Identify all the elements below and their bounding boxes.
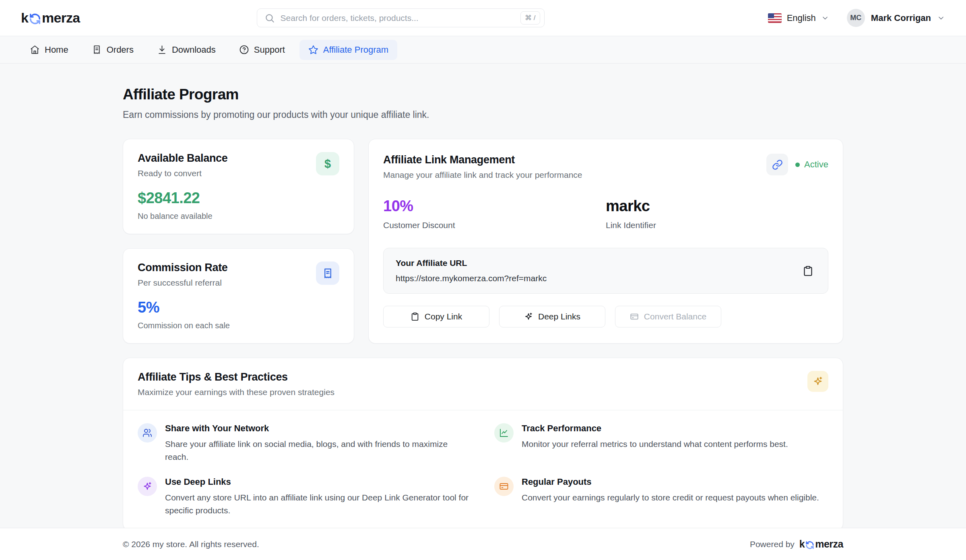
download-icon xyxy=(157,45,167,55)
top-header: k merza ⌘ / English MC Mark Corr xyxy=(0,0,966,36)
link-identifier-stat: markc Link Identifier xyxy=(606,198,828,230)
nav-label: Downloads xyxy=(172,45,216,55)
user-menu[interactable]: MC Mark Corrigan xyxy=(847,9,945,27)
balance-note: No balance available xyxy=(138,212,228,221)
nav-label: Affiliate Program xyxy=(323,45,388,55)
main-content: Affiliate Program Earn commissions by pr… xyxy=(0,64,966,528)
balance-amount: $2841.22 xyxy=(138,189,228,207)
nav-label: Home xyxy=(45,45,68,55)
search-input[interactable] xyxy=(281,13,515,23)
tip-description: Convert your earnings regularly to store… xyxy=(522,491,819,504)
language-selector[interactable]: English xyxy=(768,13,829,23)
tip-regular-payouts: Regular Payouts Convert your earnings re… xyxy=(494,477,828,517)
nav-item-support[interactable]: Support xyxy=(230,40,294,60)
tip-title: Share with Your Network xyxy=(165,423,472,434)
customer-discount-stat: 10% Customer Discount xyxy=(383,198,606,230)
global-search[interactable]: ⌘ / xyxy=(257,8,545,27)
avatar: MC xyxy=(847,9,865,27)
search-shortcut-badge: ⌘ / xyxy=(520,11,540,25)
users-icon xyxy=(138,423,157,443)
main-nav: Home Orders Downloads Support Affiliate … xyxy=(0,36,966,64)
receipt-icon xyxy=(92,45,102,55)
deep-links-label: Deep Links xyxy=(538,312,580,321)
page-title: Affiliate Program xyxy=(123,86,843,103)
tip-description: Monitor your referral metrics to underst… xyxy=(522,438,788,451)
copy-link-button[interactable]: Copy Link xyxy=(383,306,489,327)
discount-label: Customer Discount xyxy=(383,220,606,230)
clipboard-icon xyxy=(803,266,813,276)
identifier-value: markc xyxy=(606,198,828,215)
link-icon xyxy=(766,154,788,175)
chart-line-icon xyxy=(494,423,514,443)
affiliate-url-label: Your Affiliate URL xyxy=(396,258,547,268)
chevron-down-icon xyxy=(937,14,945,22)
nav-item-affiliate-program[interactable]: Affiliate Program xyxy=(299,40,397,60)
sync-arrows-icon xyxy=(29,13,41,25)
logo-text-suffix: merza xyxy=(42,10,80,26)
chevron-down-icon xyxy=(821,14,829,22)
nav-item-downloads[interactable]: Downloads xyxy=(148,40,225,60)
language-label: English xyxy=(787,13,816,23)
commission-card-title: Commission Rate xyxy=(138,261,230,274)
tips-title: Affiliate Tips & Best Practices xyxy=(138,371,334,383)
page-footer: © 2026 my store. All rights reserved. Po… xyxy=(0,528,966,560)
available-balance-card: Available Balance Ready to convert $2841… xyxy=(123,139,354,234)
copy-url-button[interactable] xyxy=(800,263,816,279)
convert-balance-label: Convert Balance xyxy=(644,312,706,321)
dollar-icon: $ xyxy=(316,152,339,175)
clipboard-icon xyxy=(411,312,419,321)
tip-description: Share your affiliate link on social medi… xyxy=(165,438,472,463)
status-label: Active xyxy=(804,159,828,170)
commission-note: Commission on each sale xyxy=(138,321,230,330)
komerza-logo[interactable]: k merza xyxy=(21,10,80,26)
tip-description: Convert any store URL into an affiliate … xyxy=(165,491,472,517)
link-card-title: Affiliate Link Management xyxy=(383,154,582,166)
search-icon xyxy=(264,13,275,23)
commission-rate: 5% xyxy=(138,299,230,316)
tip-title: Track Performance xyxy=(522,423,788,434)
us-flag-icon xyxy=(768,13,782,23)
sparkles-icon xyxy=(807,371,828,392)
nav-label: Orders xyxy=(107,45,134,55)
invoice-icon xyxy=(316,261,339,285)
sparkles-icon xyxy=(524,312,533,321)
credit-card-icon xyxy=(630,312,639,321)
nav-item-home[interactable]: Home xyxy=(21,40,77,60)
credit-card-icon xyxy=(494,477,514,496)
commission-card-subtitle: Per successful referral xyxy=(138,278,230,288)
sync-arrows-icon xyxy=(805,541,814,550)
copy-link-label: Copy Link xyxy=(425,312,462,321)
powered-by-label: Powered by xyxy=(750,539,795,549)
tip-use-deep-links: Use Deep Links Convert any store URL int… xyxy=(138,477,472,517)
home-icon xyxy=(30,45,40,55)
logo-text-prefix: k xyxy=(21,10,28,26)
deep-links-button[interactable]: Deep Links xyxy=(499,306,605,327)
logo-text-prefix: k xyxy=(799,538,805,550)
nav-item-orders[interactable]: Orders xyxy=(83,40,142,60)
tip-title: Use Deep Links xyxy=(165,477,472,487)
sparkles-icon xyxy=(138,477,157,496)
tip-track-performance: Track Performance Monitor your referral … xyxy=(494,423,828,463)
tips-subtitle: Maximize your earnings with these proven… xyxy=(138,387,334,397)
page-subtitle: Earn commissions by promoting our produc… xyxy=(123,109,843,120)
commission-rate-card: Commission Rate Per successful referral … xyxy=(123,248,354,344)
help-circle-icon xyxy=(239,45,249,55)
user-name: Mark Corrigan xyxy=(871,13,931,23)
affiliate-link-card: Affiliate Link Management Manage your af… xyxy=(368,139,843,344)
logo-text-suffix: merza xyxy=(815,538,843,550)
nav-label: Support xyxy=(254,45,285,55)
link-card-subtitle: Manage your affiliate link and track you… xyxy=(383,170,582,180)
tip-title: Regular Payouts xyxy=(522,477,819,487)
affiliate-url-value: https://store.mykomerza.com?ref=markc xyxy=(396,274,547,283)
star-icon xyxy=(308,45,318,55)
balance-card-subtitle: Ready to convert xyxy=(138,169,228,178)
identifier-label: Link Identifier xyxy=(606,220,828,230)
convert-balance-button[interactable]: Convert Balance xyxy=(615,306,721,327)
status-badge: Active xyxy=(795,159,828,170)
status-dot-icon xyxy=(795,163,800,167)
tips-card: Affiliate Tips & Best Practices Maximize… xyxy=(123,358,843,528)
copyright-text: © 2026 my store. All rights reserved. xyxy=(123,539,259,549)
komerza-footer-logo[interactable]: k merza xyxy=(799,538,843,550)
affiliate-url-box: Your Affiliate URL https://store.mykomer… xyxy=(383,248,828,294)
discount-value: 10% xyxy=(383,198,606,215)
